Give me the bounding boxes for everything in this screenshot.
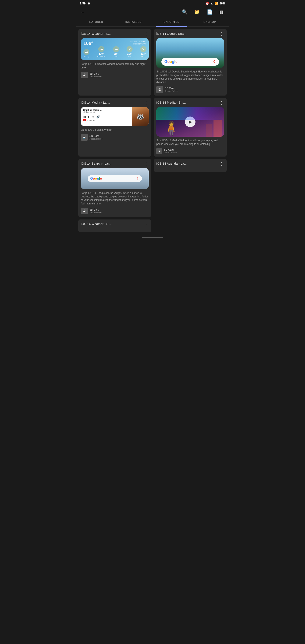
tab-exported[interactable]: EXPORTED <box>152 17 190 26</box>
card-ios14-media-sm: iOS 14 Media - Sm... ⋮ 🧍 ▶ Small iOS 14 … <box>154 98 227 156</box>
card-menu-button[interactable]: ⋮ <box>144 162 149 166</box>
tab-backup[interactable]: BACKUP <box>190 17 229 26</box>
media-thumbnail: 🦝 <box>132 107 149 126</box>
author-name: Jason Baker <box>90 138 102 140</box>
weather-day-sun: ☀ 114° Sun <box>127 46 132 58</box>
card-footer: 💾 SD Card Jason Baker <box>81 208 149 214</box>
card-header: iOS 14 Weather - L... ⋮ <box>81 32 149 36</box>
card-author: SD Card Jason Baker <box>90 208 102 214</box>
card-footer: 💾 SD Card Jason Baker <box>156 86 224 93</box>
card-title: iOS 14 Weather - S... <box>81 222 144 226</box>
sd-card-icon: 💾 <box>81 72 88 78</box>
author-name: Jason Baker <box>90 211 102 214</box>
card-ios14-search-lar: iOS 14 Search - Lar... ⋮ Google 🎙 Large … <box>78 159 151 217</box>
weather-day-tomorrow: 🌤 110° Tomorrow <box>97 46 106 58</box>
card-menu-button[interactable]: ⋮ <box>219 162 224 166</box>
media-title: Chillhop Radio ... <box>83 109 130 111</box>
card-author: SD Card Jason Baker <box>165 87 178 92</box>
sd-card-icon: 💾 <box>156 148 162 154</box>
author-source: SD Card <box>164 148 177 151</box>
card-footer: 💾 SD Card Jason Baker <box>156 148 224 154</box>
skip-back-icon[interactable]: ⏮ <box>83 115 86 118</box>
card-header: iOS 14 Weather - S... ⋮ <box>81 222 149 226</box>
tab-featured[interactable]: FEATURED <box>76 17 114 26</box>
media-info: Chillhop Radio ... Chillhop Music ⏮ ▶ ⏭ … <box>81 107 132 126</box>
play-icon[interactable]: ▶ <box>88 115 90 118</box>
card-footer: 💾 SD Card Jason Baker <box>81 134 149 141</box>
author-source: SD Card <box>90 72 102 75</box>
card-header: iOS 14 Media - Sm... ⋮ <box>156 100 224 105</box>
card-author: SD Card Jason Baker <box>90 134 102 140</box>
card-title: iOS 14 Media - Sm... <box>156 100 219 104</box>
card-header: iOS 14 Google Sear... ⋮ <box>156 32 224 36</box>
weather-day-mon: ☀ 113° Mon <box>140 46 146 58</box>
weather-widget-preview: 106° Max/Min • 108°/95° Humidity • 10% 🌤… <box>81 38 149 60</box>
weather-day-today: 🌤 Today <box>84 49 90 58</box>
media-widget-preview: Chillhop Radio ... Chillhop Music ⏮ ▶ ⏭ … <box>81 107 149 126</box>
file-icon[interactable]: 📄 <box>205 8 214 16</box>
sd-card-icon: 💾 <box>156 86 163 93</box>
skip-forward-icon[interactable]: ⏭ <box>92 115 95 118</box>
back-button[interactable]: ← <box>80 8 86 16</box>
card-header: iOS 14 Media - Lar... ⋮ <box>81 100 149 105</box>
card-ios14-weather-s: iOS 14 Weather - S... ⋮ <box>78 220 151 232</box>
card-title: iOS 14 Weather - L... <box>81 32 144 36</box>
weather-days: 🌤 Today 🌤 110° Tomorrow 🌤 116° Sat ☀ 114… <box>84 46 146 58</box>
card-menu-button[interactable]: ⋮ <box>144 222 149 226</box>
card-menu-button[interactable]: ⋮ <box>144 100 149 105</box>
time: 3:59 <box>80 2 86 5</box>
card-title: iOS 14 Media - Lar... <box>81 100 144 104</box>
card-menu-button[interactable]: ⋮ <box>219 32 224 36</box>
home-indicator <box>76 235 229 239</box>
tab-installed[interactable]: INSTALLED <box>114 17 152 26</box>
weather-info: Max/Min • 108°/95° Humidity • 10% <box>130 41 146 45</box>
card-title: iOS 14 Google Sear... <box>156 32 219 36</box>
card-description: Large iOS 14 Google search widget. When … <box>81 191 149 206</box>
nav-bar: ← 🔍 📁 📄 ▦ <box>76 7 229 17</box>
recording-icon: ⏺ <box>87 2 90 5</box>
tab-bar: FEATURED INSTALLED EXPORTED BACKUP <box>76 17 229 27</box>
card-ios14-media-lar: iOS 14 Media - Lar... ⋮ Chillhop Radio .… <box>78 98 151 156</box>
google-search-bar: Google 🎙 <box>162 58 219 66</box>
card-description: Small iOS 14 Media Widget that allows yo… <box>156 139 224 146</box>
media-controls: ⏮ ▶ ⏭ 🔊 <box>83 115 130 118</box>
grid-icon[interactable]: ▦ <box>218 8 225 16</box>
signal-icon: 📶 <box>214 2 218 5</box>
card-header: iOS 14 Search - Lar... ⋮ <box>81 162 149 166</box>
weather-temp: 106° <box>84 41 93 46</box>
alarm-icon: ⏰ <box>206 2 209 5</box>
author-source: SD Card <box>165 87 178 90</box>
search-icon[interactable]: 🔍 <box>180 8 189 16</box>
author-name: Jason Baker <box>165 90 178 92</box>
wifi-icon: ▲ <box>210 2 213 5</box>
google-widget-preview: Google 🎙 <box>156 38 224 68</box>
card-description: Small iOS 14 Google Search widget. Every… <box>156 70 224 84</box>
card-description: Large iOS 14 Media Widget <box>81 128 149 132</box>
card-header: iOS 14 Agenda - La... ⋮ <box>156 162 224 166</box>
card-menu-button[interactable]: ⋮ <box>219 100 224 105</box>
media-subtitle: Chillhop Music <box>83 111 130 113</box>
card-description: Large iOS 14 Weather Widget. Shows both … <box>81 62 149 70</box>
media-sm-widget-preview: 🧍 ▶ <box>156 107 224 137</box>
sd-card-icon: 💾 <box>81 208 88 214</box>
youtube-icon: ▶ <box>83 119 86 122</box>
folder-icon[interactable]: 📁 <box>192 8 202 16</box>
search-large-widget-preview: Google 🎙 <box>81 168 149 189</box>
card-menu-button[interactable]: ⋮ <box>144 32 149 36</box>
aurora-effect <box>156 107 224 120</box>
weather-day-sat: 🌤 116° Sat <box>113 46 119 58</box>
battery: 88% <box>220 2 225 5</box>
home-bar <box>142 237 163 238</box>
card-ios14-weather-l: iOS 14 Weather - L... ⋮ 106° Max/Min • 1… <box>78 29 151 96</box>
status-bar: 3:59 ⏺ ⏰ ▲ 📶 88% <box>76 0 229 7</box>
card-title: iOS 14 Search - Lar... <box>81 162 144 165</box>
content-grid: iOS 14 Weather - L... ⋮ 106° Max/Min • 1… <box>76 27 229 235</box>
volume-icon[interactable]: 🔊 <box>96 115 100 118</box>
search-large-bar: Google 🎙 <box>88 175 142 182</box>
author-source: SD Card <box>90 134 102 138</box>
card-ios14-agenda-la: iOS 14 Agenda - La... ⋮ <box>154 159 227 172</box>
author-name: Jason Baker <box>164 151 177 154</box>
author-name: Jason Baker <box>90 75 102 78</box>
card-ios14-google-search: iOS 14 Google Sear... ⋮ Google 🎙 Small i… <box>154 29 227 96</box>
sd-card-icon: 💾 <box>81 134 88 141</box>
